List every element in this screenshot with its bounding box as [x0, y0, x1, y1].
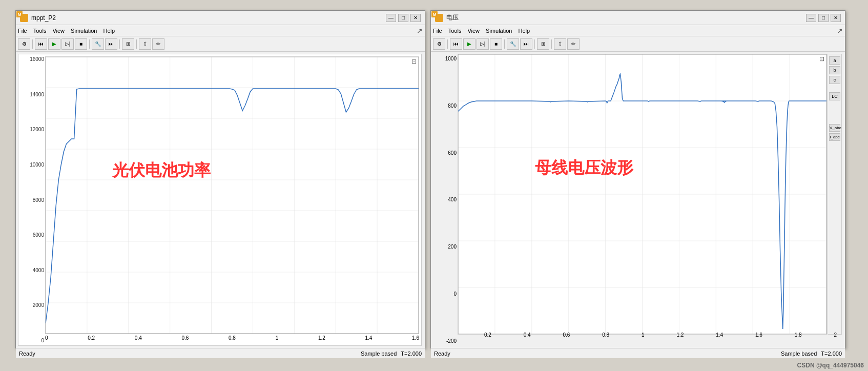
menu-tools-voltage[interactable]: Tools: [448, 28, 462, 34]
toolbar-voltage: ⚙ ⏮ ▶ ▷| ■ 🔧 ⏭ ⊞ ⇧ ✏: [431, 36, 845, 52]
gear-btn-mppt[interactable]: ⚙: [18, 38, 30, 50]
xv-2: 2: [834, 332, 837, 338]
nav-btn-voltage[interactable]: ⏭: [520, 38, 532, 50]
play-btn-voltage[interactable]: ▶: [463, 38, 476, 50]
side-btn-lc[interactable]: LC: [829, 92, 840, 100]
menubar-voltage: File Tools View Simulation Help ↗: [431, 25, 845, 36]
x-label-16: 1.6: [412, 335, 419, 345]
titlebar-buttons-voltage: — □ ✕: [806, 14, 841, 22]
chart-svg-mppt: [46, 57, 419, 334]
svg-text:M: M: [433, 12, 437, 17]
pencil-btn-voltage[interactable]: ✏: [567, 38, 580, 50]
close-button-mppt[interactable]: ✕: [410, 14, 421, 22]
window-title-mppt: mppt_P2: [31, 14, 56, 22]
svg-text:M: M: [18, 12, 22, 17]
sep4-mppt: [136, 39, 137, 49]
window-mppt: M mppt_P2 — □ ✕ File Tools View Simulati…: [15, 10, 425, 348]
rewind-btn-voltage[interactable]: ⏮: [450, 38, 462, 50]
settings-btn-voltage[interactable]: 🔧: [507, 38, 519, 50]
titlebar-voltage: M 电压 — □ ✕: [431, 11, 845, 25]
titlebar-left-mppt: M mppt_P2: [20, 14, 56, 22]
chart-mppt: 光伏电池功率 ⊡: [45, 56, 419, 334]
zoom-btn-voltage[interactable]: ⊞: [537, 38, 549, 50]
statusbar-voltage: Ready Sample based T=2.000: [431, 348, 845, 358]
step-btn-mppt[interactable]: ▷|: [61, 38, 74, 50]
x-label-06: 0.6: [181, 335, 189, 345]
y-label-200: 200: [433, 244, 458, 250]
menu-view-mppt[interactable]: View: [52, 28, 65, 34]
step-btn-voltage[interactable]: ▷|: [477, 38, 489, 50]
minimize-button-mppt[interactable]: —: [386, 14, 396, 22]
sep1-voltage: [447, 39, 448, 49]
window-voltage: M 电压 — □ ✕ File Tools View Simulation He…: [430, 10, 845, 348]
window-icon-voltage: M: [435, 14, 443, 22]
sep4-voltage: [551, 39, 552, 49]
expand-icon-voltage[interactable]: ⊡: [819, 55, 824, 63]
xv-06: 0.6: [563, 332, 570, 338]
y-label-0v: 0: [433, 291, 458, 297]
menu-view-voltage[interactable]: View: [467, 28, 480, 34]
xv-1: 1: [642, 332, 645, 338]
menu-help-mppt[interactable]: Help: [103, 28, 115, 34]
side-btn-b[interactable]: b: [829, 66, 840, 74]
time-mppt: T=2.000: [401, 351, 422, 357]
export-btn-voltage[interactable]: ⇧: [554, 38, 566, 50]
expand-icon-mppt[interactable]: ⊡: [411, 58, 417, 65]
chart-svg-voltage: [458, 54, 826, 334]
toolbar-mppt: ⚙ ⏮ ▶ ▷| ■ 🔧 ⏭ ⊞ ⇧ ✏: [16, 36, 425, 52]
menu-file-voltage[interactable]: File: [433, 28, 442, 34]
chart-voltage: 母线电压波形 ⊡: [458, 54, 827, 335]
statusbar-mppt: Ready Sample based T=2.000: [16, 348, 425, 358]
gear-btn-voltage[interactable]: ⚙: [433, 38, 445, 50]
x-axis-mppt: 0 0.2 0.4 0.6 0.8 1 1.2 1.4 1.6: [45, 335, 419, 345]
maximize-button-voltage[interactable]: □: [818, 14, 829, 22]
x-label-14: 1.4: [365, 335, 372, 345]
zoom-btn-mppt[interactable]: ⊞: [122, 38, 134, 50]
settings-btn-mppt[interactable]: 🔧: [92, 38, 104, 50]
y-label-12000: 12000: [18, 127, 44, 132]
side-btn-iabc[interactable]: I_abc: [829, 133, 840, 141]
menu-tools-mppt[interactable]: Tools: [33, 28, 47, 34]
x-label-08: 0.8: [229, 335, 236, 345]
pencil-btn-mppt[interactable]: ✏: [152, 38, 164, 50]
menu-file-mppt[interactable]: File: [18, 28, 27, 34]
menu-help-voltage[interactable]: Help: [518, 28, 530, 34]
stop-btn-voltage[interactable]: ■: [490, 38, 502, 50]
status-left-mppt: Ready: [19, 351, 35, 357]
corner-arrow-voltage[interactable]: ↗: [837, 27, 843, 35]
x-label-1: 1: [276, 335, 279, 345]
window-title-voltage: 电压: [446, 13, 459, 22]
time-voltage: T=2.000: [821, 351, 842, 357]
minimize-button-voltage[interactable]: —: [806, 14, 816, 22]
y-label-1000: 1000: [433, 56, 458, 61]
export-btn-mppt[interactable]: ⇧: [139, 38, 151, 50]
y-label-10000: 10000: [18, 162, 44, 168]
menu-simulation-voltage[interactable]: Simulation: [486, 28, 512, 34]
maximize-button-mppt[interactable]: □: [398, 14, 408, 22]
close-button-voltage[interactable]: ✕: [831, 14, 841, 22]
nav-btn-mppt[interactable]: ⏭: [105, 38, 117, 50]
side-btn-vabc[interactable]: V_abc: [829, 124, 840, 132]
xv-16: 1.6: [755, 332, 762, 338]
titlebar-left-voltage: M 电压: [435, 13, 459, 22]
play-btn-mppt[interactable]: ▶: [48, 38, 60, 50]
side-btn-a[interactable]: a: [829, 56, 840, 65]
y-label-400: 400: [433, 197, 458, 202]
sep3-voltage: [534, 39, 535, 49]
side-btn-c[interactable]: c: [829, 76, 840, 84]
rewind-btn-mppt[interactable]: ⏮: [35, 38, 47, 50]
side-panel-voltage: a b c LC V_abc I_abc: [828, 54, 842, 335]
svg-rect-20: [46, 57, 419, 334]
corner-arrow-mppt[interactable]: ↗: [417, 27, 423, 35]
stop-btn-mppt[interactable]: ■: [75, 38, 87, 50]
y-label-4000: 4000: [18, 267, 44, 273]
sep2-mppt: [89, 39, 90, 49]
xv-12: 1.2: [676, 332, 684, 338]
watermark: CSDN @qq_444975046: [797, 362, 864, 369]
y-label-0: 0: [18, 338, 44, 343]
menu-simulation-mppt[interactable]: Simulation: [71, 28, 97, 34]
y-label-800: 800: [433, 103, 458, 109]
sep2-voltage: [504, 39, 505, 49]
status-left-voltage: Ready: [434, 351, 450, 357]
y-label-16000: 16000: [18, 56, 44, 62]
